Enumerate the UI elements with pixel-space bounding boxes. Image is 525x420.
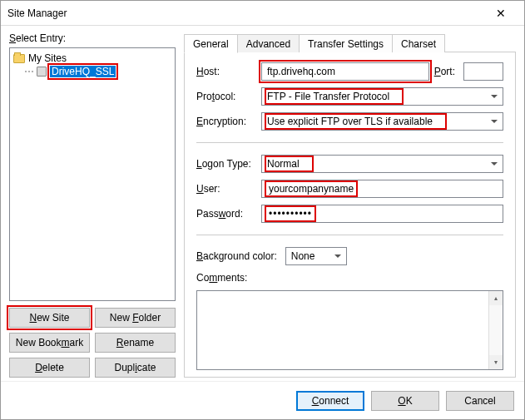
tab-general[interactable]: General — [184, 34, 238, 53]
dialog-body: Select Entry: My Sites ⋯ DriveHQ_SSL New… — [1, 26, 524, 381]
delete-button[interactable]: Delete — [9, 358, 90, 378]
dialog-footer: Connect OK Cancel — [1, 381, 524, 419]
separator-1 — [196, 142, 503, 143]
site-manager-window: Site Manager ✕ Select Entry: My Sites ⋯ … — [0, 0, 525, 420]
logon-type-label: Logon Type: — [196, 158, 256, 170]
ok-button[interactable]: OK — [371, 391, 439, 411]
comments-textarea[interactable]: ▴ ▾ — [196, 290, 503, 370]
host-label: Host: — [196, 66, 256, 77]
close-icon[interactable]: ✕ — [484, 2, 518, 25]
select-entry-label: Select Entry: — [9, 32, 176, 44]
titlebar: Site Manager ✕ — [1, 1, 524, 26]
duplicate-button[interactable]: Duplicate — [95, 358, 176, 378]
bgcolor-select[interactable]: None — [285, 247, 347, 265]
host-input[interactable]: ftp.drivehq.com — [261, 62, 429, 81]
password-label: Password: — [196, 208, 256, 220]
folder-icon — [13, 54, 25, 63]
new-folder-button[interactable]: New Folder — [95, 308, 176, 328]
protocol-label: Protocol: — [196, 91, 256, 102]
encryption-select[interactable]: Use explicit FTP over TLS if available — [261, 112, 503, 131]
rename-button[interactable]: Rename — [95, 333, 176, 353]
password-input[interactable]: •••••••••• — [261, 205, 503, 223]
user-label: User: — [196, 183, 256, 195]
tab-transfer-settings[interactable]: Transfer Settings — [299, 34, 393, 52]
tab-charset[interactable]: Charset — [392, 34, 445, 52]
scroll-down-icon[interactable]: ▾ — [488, 355, 503, 369]
bgcolor-label: Background color: — [196, 250, 277, 262]
tree-root-label: My Sites — [28, 52, 67, 64]
row-encryption: Encryption: Use explicit FTP over TLS if… — [196, 112, 503, 131]
window-title: Site Manager — [7, 7, 484, 19]
cancel-button[interactable]: Cancel — [446, 391, 514, 411]
tree-root-my-sites[interactable]: My Sites — [13, 52, 171, 65]
port-label: Port: — [434, 66, 455, 77]
tab-bar: General Advanced Transfer Settings Chars… — [184, 32, 516, 52]
row-password: Password: •••••••••• — [196, 205, 503, 223]
left-button-grid: New Site New Folder New Bookmark Rename … — [9, 308, 176, 378]
site-tree[interactable]: My Sites ⋯ DriveHQ_SSL — [9, 47, 176, 301]
user-input[interactable]: yourcompanyname — [261, 180, 503, 198]
scroll-up-icon[interactable]: ▴ — [488, 291, 503, 305]
port-input[interactable] — [463, 62, 503, 81]
connect-button[interactable]: Connect — [296, 391, 364, 411]
separator-2 — [196, 235, 503, 235]
row-user: User: yourcompanyname — [196, 180, 503, 198]
encryption-label: Encryption: — [196, 116, 256, 127]
tree-item-drivehq-ssl[interactable]: ⋯ DriveHQ_SSL — [23, 65, 171, 78]
row-host: Host: ftp.drivehq.com Port: — [196, 62, 503, 81]
row-bgcolor: Background color: None — [196, 247, 503, 265]
server-icon — [37, 67, 47, 77]
row-protocol: Protocol: FTP - File Transfer Protocol — [196, 87, 503, 106]
protocol-select[interactable]: FTP - File Transfer Protocol — [261, 87, 503, 106]
scroll-track[interactable] — [488, 305, 503, 355]
new-bookmark-button[interactable]: New Bookmark — [9, 333, 90, 353]
general-pane: Host: ftp.drivehq.com Port: Protocol: FT… — [184, 52, 516, 378]
comments-label: Comments: — [196, 272, 503, 284]
new-site-button[interactable]: New Site — [9, 308, 90, 328]
right-panel: General Advanced Transfer Settings Chars… — [184, 32, 516, 378]
row-logon-type: Logon Type: Normal — [196, 155, 503, 173]
left-panel: Select Entry: My Sites ⋯ DriveHQ_SSL New… — [9, 32, 176, 378]
tree-item-label: DriveHQ_SSL — [50, 66, 116, 77]
logon-type-select[interactable]: Normal — [261, 155, 503, 173]
tree-connector-icon: ⋯ — [23, 66, 33, 77]
tab-advanced[interactable]: Advanced — [237, 34, 300, 52]
